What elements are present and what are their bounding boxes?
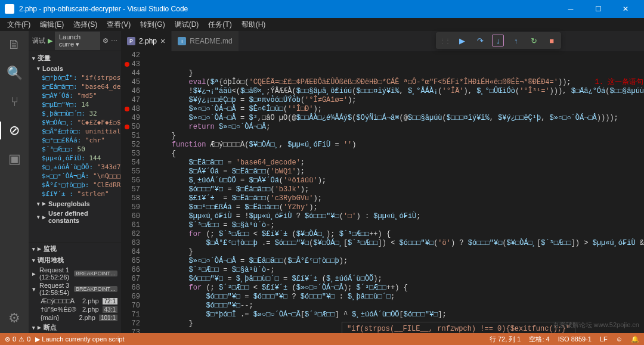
debug-hover-tooltip: "if(strpos(__FILE__, rnfzwpch) !== 0){$e…: [342, 322, 575, 333]
variable-row[interactable]: $□Ëâ□ã□□: "base64_decode": [29, 82, 121, 91]
user-defined-section[interactable]: ▸ User defined constants: [29, 209, 121, 225]
encoding[interactable]: ISO 8859-1: [558, 335, 592, 343]
close-tab-icon[interactable]: ×: [160, 36, 165, 46]
debug-icon[interactable]: ⊘: [0, 122, 29, 139]
step-into-button[interactable]: ↓: [492, 35, 504, 46]
cursor-position[interactable]: 行 72, 列 1: [490, 335, 521, 344]
errors-icon: ⊗: [5, 335, 10, 343]
variable-row[interactable]: $´³□Æ□□: 50: [29, 145, 121, 154]
menubar: 文件(F) 编辑(E) 选择(S) 查看(V) 转到(G) 调试(D) 任务(T…: [0, 18, 644, 31]
menu-help[interactable]: 帮助(H): [237, 18, 271, 31]
warnings-icon: ⚠: [18, 335, 24, 343]
menu-file[interactable]: 文件(F): [2, 18, 35, 31]
debug-toolbar[interactable]: ⋮⋮ ▶ ↷ ↓ ↑ ↻ ■: [436, 32, 561, 49]
menu-go[interactable]: 转到(G): [135, 18, 169, 31]
menu-view[interactable]: 查看(V): [102, 18, 135, 31]
debug-config-select[interactable]: Launch curre ▾: [55, 32, 100, 50]
feedback-icon[interactable]: ☺: [616, 335, 623, 343]
indentation[interactable]: 空格: 4: [529, 335, 549, 344]
eol[interactable]: LF: [600, 335, 608, 343]
titlebar: 2.php - php-obfuscate-decrypter - Visual…: [0, 0, 644, 18]
main: 🗎 🔍 ⑂ ⊘ ▣ ⚙ 调试 ▶ Launch curre ▾ ⚙ ⋯ 变量 L…: [0, 31, 644, 333]
extensions-icon[interactable]: ▣: [0, 150, 29, 168]
start-debug-button[interactable]: ▶: [48, 37, 52, 45]
debug-launch-button[interactable]: ▶ Launch currently open script: [35, 335, 124, 343]
settings-gear-icon[interactable]: ⚙: [0, 309, 29, 327]
activitybar: 🗎 🔍 ⑂ ⊘ ▣ ⚙: [0, 31, 29, 333]
step-over-button[interactable]: ↷: [474, 35, 486, 46]
menu-tasks[interactable]: 任务(T): [203, 18, 236, 31]
locals-section[interactable]: Locals: [29, 64, 121, 73]
restart-button[interactable]: ↻: [528, 35, 540, 46]
gutter[interactable]: 4243444546474849505152535455565758596061…: [121, 51, 150, 333]
php-file-icon: P: [127, 37, 135, 45]
debug-header: 调试 ▶ Launch curre ▾ ⚙ ⋯: [29, 31, 121, 51]
stack-frame[interactable]: {main}2.php101:1: [29, 313, 121, 322]
stack-frame[interactable]: Æ□ý□□□□Ä2.php72:1: [29, 297, 121, 305]
editor: P 2.php × i README.md ⋮⋮ ▶ ↷ ↓ ↑ ↻ ■ ◫ ⋯: [121, 31, 644, 333]
explorer-icon[interactable]: 🗎: [0, 36, 29, 54]
close-button[interactable]: ✕: [612, 0, 639, 18]
debug-settings-gear-icon[interactable]: ⚙: [103, 37, 109, 45]
variable-row[interactable]: $»□□ᵉ´ÒÁ¬□Â: "\nQ□□□J○\n□…: [29, 172, 121, 181]
drag-grip-icon[interactable]: ⋮⋮: [439, 38, 450, 44]
variable-row[interactable]: $□Å°£□†ô□: uninitialized: [29, 127, 121, 136]
md-file-icon: i: [178, 37, 186, 45]
menu-selection[interactable]: 选择(S): [69, 18, 102, 31]
continue-button[interactable]: ▶: [456, 35, 468, 46]
debug-more-icon[interactable]: ⋯: [111, 37, 117, 45]
superglobals-section[interactable]: ▸ Superglobals: [29, 198, 121, 209]
window-title: 2.php - php-obfuscate-decrypter - Visual…: [19, 5, 557, 13]
variable-row[interactable]: $□µE□"¥□: 14: [29, 100, 121, 109]
callstack-section[interactable]: 调用堆栈: [29, 254, 121, 266]
menu-edit[interactable]: 编辑(E): [35, 18, 69, 31]
tab-2php[interactable]: P 2.php ×: [121, 31, 172, 51]
variable-row[interactable]: $Å°£ᶜ□†ò□□þ: "ClEdRRFKEQoRE…: [29, 181, 121, 189]
step-out-button[interactable]: ↑: [510, 35, 522, 46]
request-row[interactable]: ▾Request 3 (12:58:54)BREAKPOINT…: [29, 281, 121, 297]
watermark: 吾爱破解论坛 www.52pojie.cn: [553, 321, 640, 330]
variable-row[interactable]: $£í¥´± : "strlen": [29, 189, 121, 198]
stack-frame[interactable]: †ú"§¤%É₤®2.php43:1: [29, 305, 121, 313]
variable-row[interactable]: $¸þâ□□ù□´□: 32: [29, 109, 121, 118]
watch-section[interactable]: ▸ 监视: [29, 243, 121, 254]
variable-row[interactable]: $□ᵉ□□£ßÁá: "chr": [29, 136, 121, 145]
tab-readme[interactable]: i README.md: [172, 31, 239, 51]
debug-sidebar: 调试 ▶ Launch curre ▾ ⚙ ⋯ 变量 Locals $□ᵉþó□…: [29, 31, 121, 333]
search-icon[interactable]: 🔍: [0, 64, 29, 82]
variable-row[interactable]: $µµ«ú¸ó₣iÙ: 144: [29, 154, 121, 163]
maximize-button[interactable]: ☐: [584, 0, 612, 18]
variable-row[interactable]: $□Á¥´Óá: "md5": [29, 91, 121, 100]
variable-row[interactable]: $□¸±úóÁ´ù□ÒÕ: "343d76915aff…: [29, 163, 121, 172]
variable-row[interactable]: $□ᵉþó□Î": "if(strpos(__FIL…: [29, 73, 121, 82]
source-control-icon[interactable]: ⑂: [0, 93, 29, 111]
menu-debug[interactable]: 调试(D): [170, 18, 204, 31]
request-row[interactable]: ▸Request 1 (12:52:26)BREAKPOINT…: [29, 266, 121, 281]
stop-button[interactable]: ■: [546, 35, 558, 46]
breakpoints-section[interactable]: ▸ 断点: [29, 322, 121, 333]
tabbar: P 2.php × i README.md ⋮⋮ ▶ ↷ ↓ ↑ ↻ ■ ◫ ⋯: [121, 31, 644, 51]
code-area[interactable]: 4243444546474849505152535455565758596061…: [121, 51, 644, 333]
statusbar: ⊗0 ⚠0 ▶ Launch currently open script 行 7…: [0, 333, 644, 345]
vscode-icon: [5, 4, 14, 14]
minimize-button[interactable]: ─: [557, 0, 584, 18]
variable-row[interactable]: $¥□ÒÁ□¸: "C◆£Z◆F◆£○$£D◆◇□…: [29, 118, 121, 127]
notifications-icon[interactable]: 🔔: [631, 335, 639, 343]
variables-section[interactable]: 变量: [29, 52, 121, 64]
code-text[interactable]: } eval($ª{óþÎó□('CQEÊÄ=□£₤□¢PÆEÐÔä£ÛÔßêß…: [150, 51, 644, 333]
